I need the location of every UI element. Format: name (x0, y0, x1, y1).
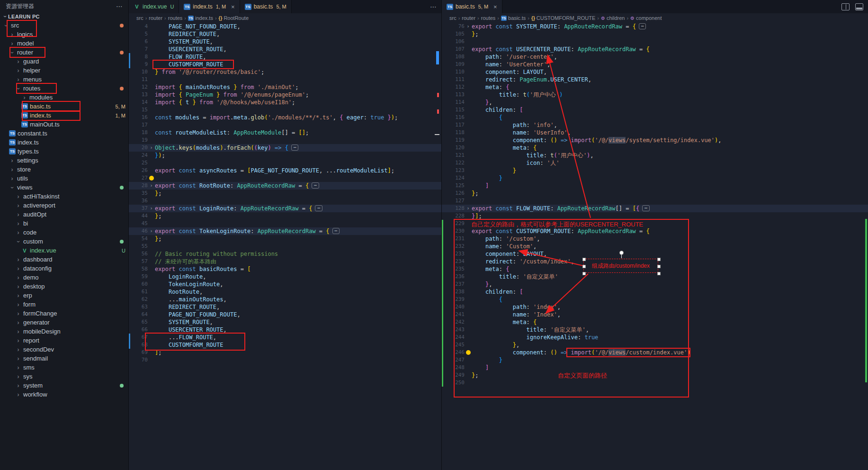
breadcrumb-item-component[interactable]: ⚙component (630, 15, 662, 21)
tab-index.ts[interactable]: TSindex.ts1, M× (179, 0, 240, 13)
code-text: USERCENTER_ROUTE, (155, 45, 441, 53)
code-line: 68 CUSTOMFORM_ROUTE (129, 341, 441, 349)
tree-item-auditOpt[interactable]: ›auditOpt (0, 210, 128, 219)
code-area-middle[interactable]: 4 PAGE_NOT_FOUND_ROUTE,5 REDIRECT_ROUTE,… (129, 23, 441, 470)
tree-item-sendmail[interactable]: ›sendmail (0, 354, 128, 363)
tree-item-generator[interactable]: ›generator (0, 318, 128, 327)
git-gutter-add (442, 371, 443, 379)
fold-icon[interactable]: › (148, 144, 155, 152)
tree-item-modules[interactable]: ›modules (0, 93, 128, 102)
code-text: name: 'Custom', (472, 243, 868, 250)
folded-code-dots[interactable]: ⋯ (312, 182, 319, 189)
fold-icon[interactable]: › (148, 182, 155, 190)
folded-code-dots[interactable]: ⋯ (642, 205, 649, 211)
fold-icon[interactable]: › (148, 227, 155, 235)
tree-item-model[interactable]: ›model (0, 39, 128, 48)
split-editor-icon[interactable] (841, 3, 850, 10)
breadcrumb-item-router[interactable]: router (462, 15, 475, 21)
tree-item-views[interactable]: ›views (0, 183, 128, 192)
tree-item-system[interactable]: ›system (0, 381, 128, 390)
breadcrumb-item-RootRoute[interactable]: {}RootRoute (219, 15, 249, 21)
breadcrumb-item-index.ts[interactable]: TSindex.ts (188, 15, 213, 21)
tree-item-sys[interactable]: ›sys (0, 372, 128, 381)
breadcrumb-item-basic.ts[interactable]: TSbasic.ts (501, 15, 526, 21)
tree-item-activereport[interactable]: ›activereport (0, 201, 128, 210)
code-text: component: LAYOUT, (472, 250, 868, 258)
tree-item-demo[interactable]: ›demo (0, 273, 128, 282)
tree-item-index.ts[interactable]: TSindex.ts1, M (0, 111, 128, 120)
tree-item-helper[interactable]: ›helper (0, 66, 128, 75)
tree-item-mainOut.ts[interactable]: TSmainOut.ts (0, 120, 128, 129)
tree-item-logics[interactable]: ›logics (0, 30, 128, 39)
code-line: 233 component: LAYOUT, (442, 250, 868, 258)
folded-code-dots[interactable]: ⋯ (291, 145, 298, 151)
fold-icon[interactable]: › (465, 23, 472, 30)
code-text: redirect: '/custom/index', (472, 258, 868, 265)
tree-item-desktop[interactable]: ›desktop (0, 282, 128, 291)
tree-item-menus[interactable]: ›menus (0, 75, 128, 84)
breadcrumb-item-CUSTOMFORM_ROUTE[interactable]: {}CUSTOMFORM_ROUTE (531, 15, 595, 21)
tree-item-index.ts[interactable]: TSindex.ts (0, 138, 128, 147)
gutter-spacer (465, 288, 472, 296)
tree-item-settings[interactable]: ›settings (0, 156, 128, 165)
breadcrumb-item-router[interactable]: router (149, 15, 162, 21)
tree-item-router[interactable]: ›router (0, 48, 128, 57)
tree-item-utils[interactable]: ›utils (0, 174, 128, 183)
git-gutter-add (442, 235, 443, 243)
breadcrumb-item-routes[interactable]: routes (481, 15, 496, 21)
folded-code-dots[interactable]: ⋯ (639, 23, 646, 29)
code-text: REDIRECT_ROUTE, (155, 30, 441, 38)
git-gutter (129, 273, 130, 280)
customize-layout-icon[interactable] (855, 3, 863, 10)
vscode-window: 资源管理器 ⋯ › LEARUN PC ›src›logics›model›ro… (0, 0, 868, 470)
explorer-more-icon[interactable]: ⋯ (116, 2, 123, 10)
folded-code-dots[interactable]: ⋯ (332, 228, 340, 234)
tree-item-formChange[interactable]: ›formChange (0, 309, 128, 318)
tree-item-form[interactable]: ›form (0, 300, 128, 309)
folded-code-dots[interactable]: ⋯ (315, 205, 322, 211)
tab-basic.ts[interactable]: TSbasic.ts5, M× (442, 0, 502, 13)
tree-item-index.vue[interactable]: Vindex.vueU (0, 246, 128, 255)
tree-item-secondDev[interactable]: ›secondDev (0, 345, 128, 354)
code-line: 232 name: 'Custom', (442, 243, 868, 250)
tree-item-custom[interactable]: ›custom (0, 237, 128, 246)
breadcrumb-item-src[interactable]: src (136, 15, 143, 21)
breadcrumb-item-children[interactable]: ⚙children (601, 15, 625, 21)
tree-item-guard[interactable]: ›guard (0, 57, 128, 66)
tree-item-dashboard[interactable]: ›dashboard (0, 255, 128, 264)
workspace-section-header[interactable]: › LEARUN PC (0, 12, 128, 21)
tree-item-store[interactable]: ›store (0, 165, 128, 174)
tree-item-workflow[interactable]: ›workflow (0, 390, 128, 399)
git-gutter (129, 205, 130, 212)
close-icon[interactable]: × (493, 3, 497, 10)
tree-item-report[interactable]: ›report (0, 336, 128, 345)
chevron-collapsed-icon: › (15, 328, 21, 335)
tree-item-actHiTaskinst[interactable]: ›actHiTaskinst (0, 192, 128, 201)
code-area-right[interactable]: 76›export const SYSTEM_ROUTE: AppRouteRe… (442, 23, 868, 470)
code-line: 45 (129, 220, 441, 227)
tab-basic.ts[interactable]: TSbasic.ts5, M (240, 0, 292, 13)
code-text: SYSTEM_ROUTE, (155, 318, 441, 326)
breadcrumb-item-routes[interactable]: routes (168, 15, 183, 21)
tree-item-erp[interactable]: ›erp (0, 291, 128, 300)
tree-item-dataconfig[interactable]: ›dataconfig (0, 264, 128, 273)
tree-item-bi[interactable]: ›bi (0, 219, 128, 228)
tree-item-constant.ts[interactable]: TSconstant.ts (0, 129, 128, 138)
code-line: 66 USERCENTER_ROUTE, (129, 326, 441, 334)
close-icon[interactable]: × (231, 3, 235, 10)
editor-actions-more-icon[interactable]: ⋯ (430, 3, 437, 10)
breadcrumb-item-src[interactable]: src (449, 15, 456, 21)
gutter-spacer (465, 341, 472, 349)
git-gutter-add (442, 379, 443, 387)
tree-item-basic.ts[interactable]: TSbasic.ts5, M (0, 102, 128, 111)
fold-icon[interactable]: › (148, 205, 155, 212)
tree-item-src[interactable]: ›src (0, 21, 128, 30)
tree-item-mobileDesign[interactable]: ›mobileDesign (0, 327, 128, 336)
tree-item-types.ts[interactable]: TStypes.ts (0, 147, 128, 156)
tree-item-sms[interactable]: ›sms (0, 363, 128, 372)
tab-index.vue[interactable]: Vindex.vueU (129, 0, 179, 13)
line-number: 115 (445, 106, 465, 114)
fold-icon[interactable]: › (465, 205, 472, 212)
tree-item-routes[interactable]: ›routes (0, 84, 128, 93)
tree-item-code[interactable]: ›code (0, 228, 128, 237)
